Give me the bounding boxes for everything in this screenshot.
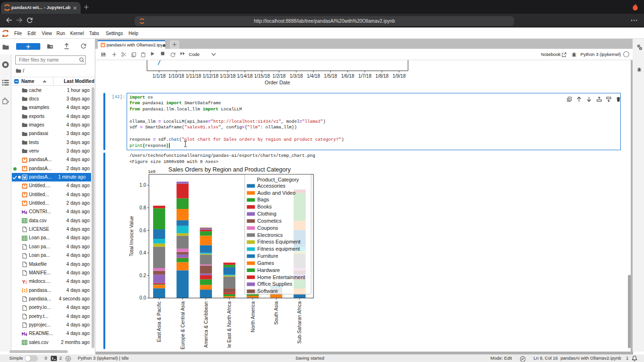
svg-text:Home Entertainment: Home Entertainment xyxy=(258,274,305,280)
svg-text:Accessories: Accessories xyxy=(258,183,286,189)
svg-text:1/4/18: 1/4/18 xyxy=(307,73,320,79)
svg-text:North America: North America xyxy=(250,301,256,333)
svg-text:East Asia & Pacific: East Asia & Pacific xyxy=(156,301,162,342)
svg-text:Coupons: Coupons xyxy=(258,225,279,231)
svg-text:Bags: Bags xyxy=(258,197,270,202)
svg-text:Books: Books xyxy=(258,204,272,209)
svg-text:1/13/18: 1/13/18 xyxy=(220,73,236,79)
svg-text:0.8: 0.8 xyxy=(139,205,146,210)
svg-text:Games: Games xyxy=(258,260,275,266)
svg-text:1/9/18: 1/9/18 xyxy=(393,73,406,79)
svg-text:1/1/18: 1/1/18 xyxy=(153,73,166,79)
svg-text:1/10/18: 1/10/18 xyxy=(168,73,184,79)
svg-text:Furniture: Furniture xyxy=(258,253,278,259)
svg-text:Fitness equipment: Fitness equipment xyxy=(258,246,300,252)
svg-text:1/7/18: 1/7/18 xyxy=(358,73,371,79)
svg-text:Software: Software xyxy=(258,288,278,294)
svg-text:1/12/18: 1/12/18 xyxy=(202,73,219,79)
svg-text:le East & North Africa: le East & North Africa xyxy=(227,301,232,348)
svg-text:1.0: 1.0 xyxy=(139,182,146,188)
svg-text:1e9: 1e9 xyxy=(148,169,156,174)
svg-text:Product_Category: Product_Category xyxy=(257,177,299,182)
svg-text:Europe & Central Asia: Europe & Central Asia xyxy=(180,301,185,350)
svg-text:Sales Orders by Region and Pro: Sales Orders by Region and Product Categ… xyxy=(168,166,291,173)
svg-text:Hardware: Hardware xyxy=(258,267,280,273)
svg-text:1/6/18: 1/6/18 xyxy=(341,73,354,79)
svg-text:Order Date: Order Date xyxy=(265,80,290,85)
svg-text:1/8/18: 1/8/18 xyxy=(376,73,389,79)
svg-text:Audio and Video: Audio and Video xyxy=(258,190,296,196)
svg-text:America & Caribbean: America & Caribbean xyxy=(203,301,209,348)
svg-text:Fitness Equipment: Fitness Equipment xyxy=(258,239,301,244)
svg-text:1/2/18: 1/2/18 xyxy=(273,73,286,79)
svg-text:1/11/18: 1/11/18 xyxy=(185,73,201,79)
svg-text:1/3/18: 1/3/18 xyxy=(290,73,303,79)
svg-text:1/15/18: 1/15/18 xyxy=(254,73,270,79)
svg-text:Sub-Saharan Africa: Sub-Saharan Africa xyxy=(297,301,302,344)
svg-text:0.2: 0.2 xyxy=(139,273,146,278)
svg-text:Total Invoice Value: Total Invoice Value xyxy=(129,216,134,256)
svg-text:Cosmetics: Cosmetics xyxy=(258,218,282,224)
svg-text:1/14/18: 1/14/18 xyxy=(237,73,253,79)
svg-text:Electronics: Electronics xyxy=(258,232,283,238)
svg-text:0.4: 0.4 xyxy=(139,250,146,255)
svg-text:0.0: 0.0 xyxy=(139,295,146,300)
svg-text:South Asia: South Asia xyxy=(274,301,279,325)
svg-text:Office Supplies: Office Supplies xyxy=(258,281,293,287)
svg-text:1/5/18: 1/5/18 xyxy=(324,73,337,79)
svg-text:Clothing: Clothing xyxy=(258,211,276,217)
svg-text:0.6: 0.6 xyxy=(139,228,146,233)
